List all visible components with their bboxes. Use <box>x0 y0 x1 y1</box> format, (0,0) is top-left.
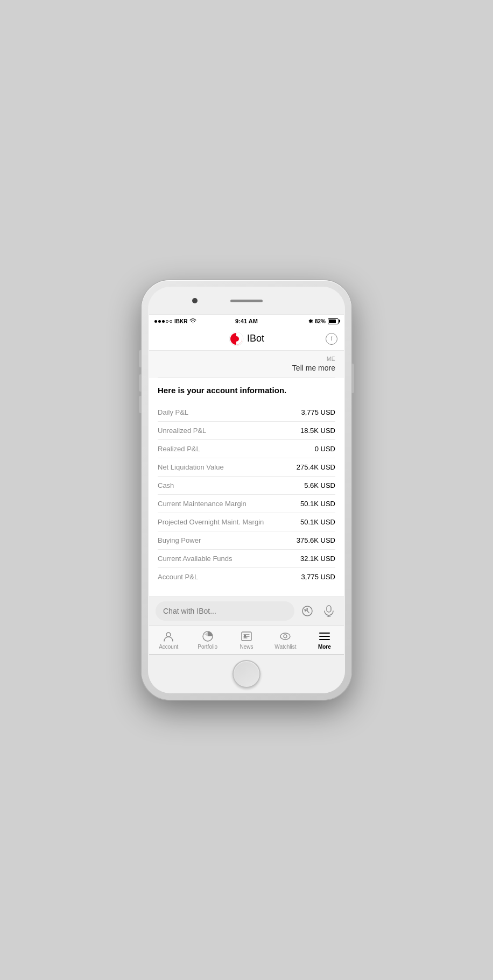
account-row: Realized P&L 0 USD <box>158 440 335 458</box>
account-row: Cash 5.6K USD <box>158 477 335 495</box>
tab-more[interactable]: More <box>305 626 344 654</box>
account-row: Net Liquidation Value 275.4K USD <box>158 458 335 477</box>
info-button[interactable]: i <box>326 333 337 345</box>
history-button[interactable] <box>299 602 316 620</box>
carrier-name: IBKR <box>174 318 187 324</box>
phone-body: IBKR 9:41 AM ✱ 82% <box>148 287 345 693</box>
watchlist-icon <box>279 630 292 643</box>
row-value-0: 3,775 USD <box>301 408 335 416</box>
chat-area: ME Tell me more Here is your account inf… <box>149 351 344 596</box>
battery-icon <box>328 318 339 324</box>
account-icon <box>162 630 175 643</box>
tab-portfolio[interactable]: Portfolio <box>188 626 227 654</box>
svg-rect-12 <box>244 635 246 637</box>
row-value-5: 50.1K USD <box>300 500 335 508</box>
svg-rect-3 <box>327 606 331 612</box>
tab-news[interactable]: News <box>227 626 266 654</box>
signal-dot-1 <box>154 320 157 323</box>
header-logo: IBot <box>229 331 264 346</box>
tab-bar: Account Portfolio <box>149 625 344 654</box>
more-icon <box>318 630 331 643</box>
signal-dot-5 <box>170 320 172 323</box>
phone-top-bar <box>148 287 345 315</box>
row-label-9: Account P&L <box>158 573 198 581</box>
status-right: ✱ 82% <box>258 318 339 324</box>
row-value-6: 50.1K USD <box>300 518 335 526</box>
row-label-6: Projected Overnight Maint. Margin <box>158 518 264 526</box>
tab-account[interactable]: Account <box>149 626 188 654</box>
status-time: 9:41 AM <box>235 318 258 324</box>
account-row: Buying Power 375.6K USD <box>158 531 335 550</box>
signal-dot-2 <box>158 320 161 323</box>
account-row: Current Maintenance Margin 50.1K USD <box>158 495 335 513</box>
row-value-3: 275.4K USD <box>297 463 335 471</box>
battery-percentage: 82% <box>315 318 326 324</box>
tab-watchlist-label: Watchlist <box>274 644 296 650</box>
row-value-9: 3,775 USD <box>301 573 335 581</box>
portfolio-icon <box>201 630 214 643</box>
me-message-block: ME Tell me more <box>149 351 344 378</box>
tab-more-label: More <box>318 644 331 650</box>
camera <box>192 298 198 303</box>
account-row: Current Available Funds 32.1K USD <box>158 550 335 568</box>
bluetooth-icon: ✱ <box>308 318 313 324</box>
app-header: IBot i <box>149 327 344 351</box>
news-icon <box>240 630 253 643</box>
account-table: Daily P&L 3,775 USD Unrealized P&L 18.5K… <box>158 403 335 586</box>
bot-heading: Here is your account information. <box>158 386 335 395</box>
row-label-1: Unrealized P&L <box>158 427 206 435</box>
signal-dot-3 <box>162 320 165 323</box>
svg-point-14 <box>284 635 287 638</box>
account-row: Account P&L 3,775 USD <box>158 568 335 586</box>
row-label-3: Net Liquidation Value <box>158 463 224 471</box>
row-label-8: Current Available Funds <box>158 555 233 563</box>
row-label-4: Cash <box>158 481 174 489</box>
chat-input[interactable] <box>156 601 294 621</box>
svg-point-13 <box>280 633 290 640</box>
tab-account-label: Account <box>159 644 178 650</box>
account-row: Projected Overnight Maint. Margin 50.1K … <box>158 513 335 531</box>
row-label-7: Buying Power <box>158 536 201 544</box>
row-value-2: 0 USD <box>315 445 335 453</box>
signal-dot-4 <box>166 320 168 323</box>
wifi-icon <box>189 318 196 324</box>
svg-point-1 <box>234 336 239 342</box>
tab-watchlist[interactable]: Watchlist <box>266 626 305 654</box>
status-left: IBKR <box>154 318 235 324</box>
row-label-0: Daily P&L <box>158 408 188 416</box>
me-message-text: Tell me more <box>158 364 335 372</box>
row-label-2: Realized P&L <box>158 445 200 453</box>
tab-portfolio-label: Portfolio <box>198 644 217 650</box>
tab-news-label: News <box>240 644 253 650</box>
chat-input-area <box>149 596 344 625</box>
status-bar: IBKR 9:41 AM ✱ 82% <box>149 315 344 327</box>
app-title: IBot <box>247 333 264 344</box>
battery-fill <box>329 319 336 323</box>
svg-point-6 <box>166 633 171 637</box>
bot-response-block: Here is your account information. Daily … <box>149 378 344 596</box>
row-value-8: 32.1K USD <box>300 555 335 563</box>
app-logo <box>229 331 244 346</box>
account-row: Unrealized P&L 18.5K USD <box>158 422 335 440</box>
screen: IBKR 9:41 AM ✱ 82% <box>149 315 344 655</box>
speaker <box>230 300 263 302</box>
home-button[interactable] <box>233 660 260 688</box>
microphone-button[interactable] <box>320 602 337 620</box>
phone-device: IBKR 9:41 AM ✱ 82% <box>142 280 351 700</box>
row-label-5: Current Maintenance Margin <box>158 500 246 508</box>
phone-bottom-bar <box>148 655 345 693</box>
signal-dots <box>154 320 172 323</box>
row-value-1: 18.5K USD <box>300 427 335 435</box>
me-label: ME <box>158 356 335 362</box>
row-value-7: 375.6K USD <box>297 536 335 544</box>
account-row: Daily P&L 3,775 USD <box>158 403 335 422</box>
row-value-4: 5.6K USD <box>304 481 335 489</box>
